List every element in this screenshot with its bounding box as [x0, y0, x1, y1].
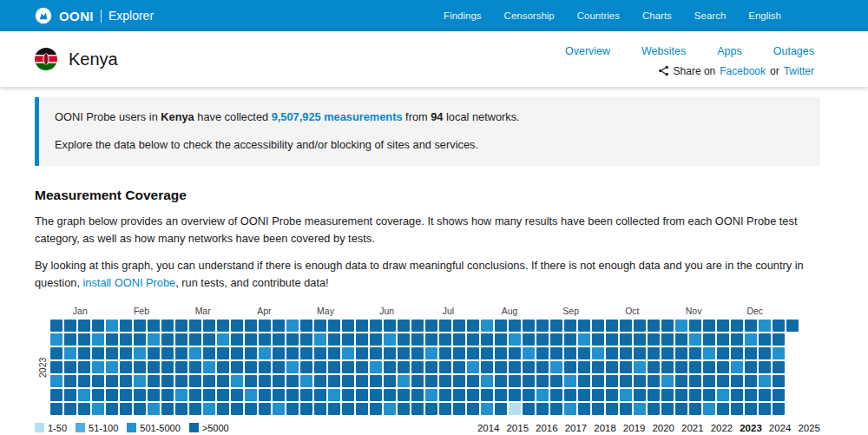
heatmap-cell[interactable]	[578, 389, 590, 401]
heatmap-cell[interactable]	[106, 320, 118, 332]
heatmap-cell[interactable]	[773, 389, 785, 401]
heatmap-cell[interactable]	[300, 333, 312, 346]
heatmap-cell[interactable]	[314, 347, 326, 359]
heatmap-cell[interactable]	[759, 347, 771, 359]
heatmap-cell[interactable]	[120, 389, 132, 401]
heatmap-cell[interactable]	[759, 320, 771, 332]
heatmap-cell[interactable]	[564, 320, 576, 332]
year-link-2014[interactable]: 2014	[477, 423, 500, 433]
heatmap-cell[interactable]	[481, 375, 493, 387]
heatmap-cell[interactable]	[189, 347, 201, 359]
heatmap-cell[interactable]	[620, 389, 632, 401]
heatmap-cell[interactable]	[203, 320, 215, 332]
nav-search[interactable]: Search	[694, 10, 726, 21]
heatmap-cell[interactable]	[703, 389, 715, 401]
heatmap-cell[interactable]	[745, 361, 757, 373]
heatmap-cell[interactable]	[259, 389, 271, 401]
heatmap-cell[interactable]	[634, 333, 646, 346]
heatmap-cell[interactable]	[509, 361, 521, 373]
heatmap-cell[interactable]	[689, 320, 701, 332]
heatmap-cell[interactable]	[161, 361, 174, 373]
heatmap-cell[interactable]	[550, 403, 562, 415]
heatmap-cell[interactable]	[148, 347, 160, 359]
heatmap-cell[interactable]	[578, 320, 590, 332]
nav-language[interactable]: English	[748, 10, 781, 21]
heatmap-cell[interactable]	[356, 403, 368, 415]
heatmap-cell[interactable]	[245, 389, 257, 401]
heatmap-cell[interactable]	[773, 333, 785, 346]
heatmap-cell[interactable]	[495, 375, 507, 387]
heatmap-cell[interactable]	[217, 347, 229, 359]
heatmap-cell[interactable]	[773, 375, 785, 387]
heatmap-cell[interactable]	[259, 375, 271, 387]
heatmap-cell[interactable]	[564, 347, 576, 359]
heatmap-cell[interactable]	[648, 403, 660, 415]
heatmap-cell[interactable]	[134, 403, 146, 415]
heatmap-cell[interactable]	[620, 361, 632, 373]
heatmap-cell[interactable]	[314, 320, 326, 332]
heatmap-cell[interactable]	[314, 375, 326, 387]
heatmap-cell[interactable]	[648, 361, 660, 373]
heatmap-cell[interactable]	[689, 347, 701, 359]
heatmap-cell[interactable]	[356, 389, 368, 401]
heatmap-cell[interactable]	[217, 320, 229, 332]
tab-apps[interactable]: Apps	[717, 45, 742, 57]
heatmap-cell[interactable]	[245, 320, 257, 332]
heatmap-cell[interactable]	[92, 361, 104, 373]
heatmap-cell[interactable]	[64, 320, 76, 332]
heatmap-cell[interactable]	[495, 389, 507, 401]
heatmap-cell[interactable]	[467, 333, 479, 346]
heatmap-cell[interactable]	[634, 361, 646, 373]
heatmap-cell[interactable]	[328, 333, 340, 346]
heatmap-cell[interactable]	[370, 403, 382, 415]
heatmap-cell[interactable]	[703, 403, 715, 415]
heatmap-cell[interactable]	[481, 403, 493, 415]
heatmap-cell[interactable]	[342, 347, 354, 359]
heatmap-cell[interactable]	[148, 403, 160, 415]
heatmap-cell[interactable]	[161, 320, 174, 332]
heatmap-cell[interactable]	[203, 333, 215, 346]
heatmap-cell[interactable]	[675, 403, 687, 415]
heatmap-cell[interactable]	[106, 403, 118, 415]
heatmap-cell[interactable]	[245, 375, 257, 387]
heatmap-cell[interactable]	[314, 361, 326, 373]
heatmap-cell[interactable]	[231, 389, 243, 401]
heatmap-cell[interactable]	[356, 347, 368, 359]
heatmap-cell[interactable]	[453, 375, 465, 387]
heatmap-cell[interactable]	[481, 320, 493, 332]
heatmap-cell[interactable]	[92, 347, 104, 359]
heatmap-cell[interactable]	[148, 333, 160, 346]
heatmap-cell[interactable]	[523, 333, 535, 346]
heatmap-cell[interactable]	[689, 375, 701, 387]
heatmap-cell[interactable]	[425, 347, 437, 359]
heatmap-cell[interactable]	[120, 375, 132, 387]
heatmap-cell[interactable]	[717, 403, 729, 415]
year-link-2025[interactable]: 2025	[798, 423, 820, 433]
heatmap-cell[interactable]	[328, 403, 340, 415]
heatmap-cell[interactable]	[328, 375, 340, 387]
heatmap-cell[interactable]	[689, 333, 701, 346]
heatmap-cell[interactable]	[300, 389, 312, 401]
heatmap-cell[interactable]	[411, 389, 424, 401]
heatmap-cell[interactable]	[175, 389, 187, 401]
heatmap-cell[interactable]	[425, 320, 437, 332]
heatmap-cell[interactable]	[509, 403, 521, 415]
heatmap-cell[interactable]	[370, 320, 382, 332]
heatmap-cell[interactable]	[689, 361, 701, 373]
heatmap-cell[interactable]	[759, 361, 771, 373]
heatmap-cell[interactable]	[217, 361, 229, 373]
tab-outages[interactable]: Outages	[773, 45, 814, 57]
heatmap-cell[interactable]	[731, 389, 743, 401]
heatmap-cell[interactable]	[245, 403, 257, 415]
heatmap-cell[interactable]	[550, 361, 562, 373]
heatmap-cell[interactable]	[523, 347, 535, 359]
heatmap-cell[interactable]	[425, 403, 437, 415]
heatmap-cell[interactable]	[78, 389, 90, 401]
heatmap-cell[interactable]	[175, 320, 187, 332]
heatmap-cell[interactable]	[550, 347, 562, 359]
heatmap-cell[interactable]	[148, 375, 160, 387]
heatmap-cell[interactable]	[356, 320, 368, 332]
heatmap-cell[interactable]	[411, 333, 424, 346]
heatmap-cell[interactable]	[203, 375, 215, 387]
year-link-2015[interactable]: 2015	[506, 423, 529, 433]
